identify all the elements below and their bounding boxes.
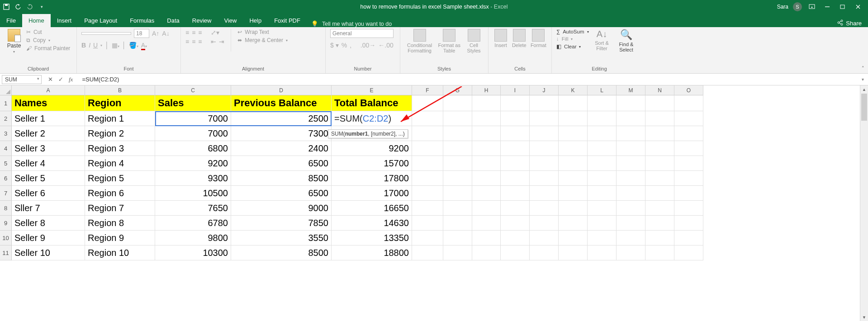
cell[interactable]: 9200 — [332, 141, 412, 156]
tab-view[interactable]: View — [218, 14, 243, 27]
enter-formula-icon[interactable]: ✓ — [58, 76, 63, 83]
cell[interactable] — [617, 216, 645, 231]
cell[interactable] — [472, 95, 501, 111]
cell[interactable]: 6500 — [231, 186, 332, 201]
row-header[interactable]: 11 — [0, 245, 12, 260]
cell[interactable]: 17000 — [332, 186, 412, 201]
cell[interactable] — [501, 186, 530, 201]
name-box[interactable]: SUM — [2, 75, 42, 84]
cell[interactable] — [588, 126, 617, 141]
row-header[interactable]: 4 — [0, 141, 12, 156]
increase-decimal-icon[interactable]: .00→ — [360, 42, 375, 49]
cell[interactable] — [617, 141, 645, 156]
tab-data[interactable]: Data — [161, 14, 185, 27]
cell[interactable]: Names — [12, 95, 85, 111]
select-all-corner[interactable] — [0, 85, 12, 95]
cell[interactable] — [412, 231, 443, 245]
cell[interactable] — [530, 111, 559, 126]
cell[interactable] — [472, 111, 501, 126]
cell[interactable] — [472, 171, 501, 186]
find-select-button[interactable]: 🔍Find & Select — [615, 29, 638, 52]
cell[interactable] — [530, 216, 559, 231]
cell[interactable] — [674, 186, 703, 201]
cell[interactable] — [443, 111, 472, 126]
cell[interactable] — [588, 95, 617, 111]
row-header[interactable]: 5 — [0, 156, 12, 171]
cell[interactable] — [588, 171, 617, 186]
cell[interactable] — [645, 95, 674, 111]
cell[interactable] — [443, 245, 472, 260]
format-painter-button[interactable]: 🖌Format Painter — [26, 45, 70, 52]
cell[interactable] — [472, 245, 501, 260]
scroll-thumb[interactable] — [861, 94, 867, 121]
close-icon[interactable] — [853, 2, 863, 11]
align-center-icon[interactable]: ≡ — [192, 38, 195, 45]
cell[interactable] — [559, 156, 588, 171]
col-header[interactable]: M — [617, 85, 645, 95]
cell[interactable] — [588, 141, 617, 156]
cell[interactable] — [530, 141, 559, 156]
cell[interactable] — [674, 141, 703, 156]
cell[interactable] — [645, 141, 674, 156]
cell[interactable]: 7000 — [155, 111, 231, 126]
cell[interactable] — [645, 156, 674, 171]
cell[interactable] — [617, 126, 645, 141]
comma-button[interactable]: , — [350, 42, 351, 49]
decrease-decimal-icon[interactable]: ←.00 — [378, 42, 393, 49]
col-header[interactable]: F — [412, 85, 443, 95]
cell[interactable]: Seller 1 — [12, 111, 85, 126]
cell[interactable] — [501, 156, 530, 171]
cell[interactable] — [443, 95, 472, 111]
cell[interactable]: 14630 — [332, 216, 412, 231]
cell[interactable] — [412, 111, 443, 126]
cell[interactable]: 7850 — [231, 216, 332, 231]
cell[interactable] — [472, 231, 501, 245]
cell[interactable] — [645, 171, 674, 186]
cell[interactable]: Region 7 — [85, 201, 155, 216]
scroll-up-icon[interactable]: ▲ — [860, 85, 868, 93]
cell[interactable] — [443, 141, 472, 156]
font-color-button[interactable]: A▾ — [141, 42, 147, 49]
delete-cells-button[interactable]: Delete — [511, 29, 527, 48]
accounting-format-button[interactable]: $ ▾ — [330, 42, 339, 49]
cell[interactable]: 9300 — [155, 171, 231, 186]
decrease-font-icon[interactable]: A↓ — [162, 30, 169, 37]
cell[interactable]: Previous Balance — [231, 95, 332, 111]
cell[interactable] — [674, 111, 703, 126]
col-header[interactable]: L — [588, 85, 617, 95]
font-name-input[interactable] — [81, 32, 131, 35]
cell[interactable] — [412, 171, 443, 186]
cut-button[interactable]: ✂Cut — [26, 29, 70, 35]
cell[interactable]: 8500 — [231, 245, 332, 260]
align-middle-icon[interactable]: ≡ — [192, 29, 195, 36]
cell[interactable]: Region 3 — [85, 141, 155, 156]
cell[interactable] — [501, 216, 530, 231]
cell[interactable] — [588, 201, 617, 216]
row-header[interactable]: 6 — [0, 171, 12, 186]
increase-indent-icon[interactable]: ⇥ — [219, 38, 224, 45]
cell[interactable]: Seller 10 — [12, 245, 85, 260]
scroll-down-icon[interactable]: ▼ — [860, 313, 868, 321]
row-header[interactable]: 8 — [0, 201, 12, 216]
cell[interactable] — [674, 201, 703, 216]
cell[interactable]: Region 10 — [85, 245, 155, 260]
tab-review[interactable]: Review — [186, 14, 218, 27]
cancel-formula-icon[interactable]: ✕ — [48, 76, 53, 83]
align-right-icon[interactable]: ≡ — [198, 38, 202, 45]
cell[interactable] — [559, 171, 588, 186]
cell[interactable] — [530, 201, 559, 216]
conditional-formatting-button[interactable]: Conditional Formatting — [405, 29, 434, 53]
cell[interactable] — [674, 156, 703, 171]
cell[interactable] — [530, 171, 559, 186]
cell[interactable]: Region 5 — [85, 171, 155, 186]
borders-button[interactable]: ▦▾ — [112, 42, 119, 49]
cell[interactable] — [588, 186, 617, 201]
cell[interactable] — [412, 156, 443, 171]
cell[interactable] — [501, 201, 530, 216]
tab-file[interactable]: File — [0, 14, 22, 27]
cell[interactable] — [645, 111, 674, 126]
cell[interactable] — [472, 156, 501, 171]
cell[interactable] — [674, 95, 703, 111]
col-header[interactable]: E — [332, 85, 412, 95]
cell[interactable]: 9000 — [231, 201, 332, 216]
